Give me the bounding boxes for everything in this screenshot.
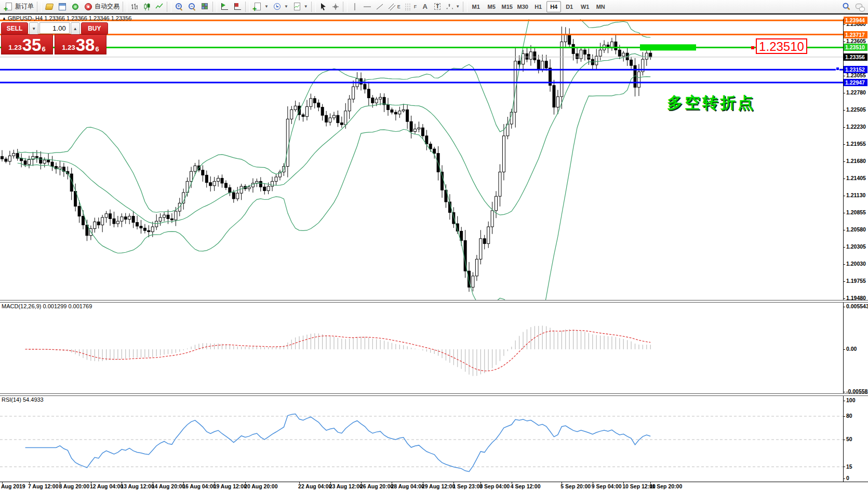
profiles-button[interactable] xyxy=(43,1,56,12)
trendline-icon xyxy=(376,3,384,11)
zoom-out-icon: − xyxy=(188,2,196,11)
price-tag-handle[interactable] xyxy=(751,46,754,49)
search-icon xyxy=(842,2,851,11)
auto-scroll-icon xyxy=(220,2,229,11)
fibonacci-button[interactable]: F xyxy=(403,1,419,12)
new-order-icon: + xyxy=(4,2,13,11)
sell-price-sup: 6 xyxy=(42,45,45,53)
toolbar-separator xyxy=(167,2,171,12)
blue-line-handle[interactable] xyxy=(836,67,839,71)
search-button[interactable] xyxy=(840,1,853,12)
chart-shift-button[interactable] xyxy=(231,1,244,12)
zoom-out-button[interactable]: − xyxy=(185,1,198,12)
rsi-axis-label: 100 xyxy=(846,397,856,403)
cursor-button[interactable] xyxy=(317,1,329,12)
autotrading-icon xyxy=(84,2,92,11)
bar-chart-button[interactable] xyxy=(128,1,141,12)
time-axis-label: 1 Sep 23:00 xyxy=(452,483,483,489)
time-axis-label: Aug 2019 xyxy=(1,483,25,489)
volume-up-button[interactable]: ▲ xyxy=(71,22,80,35)
macd-axis-tick xyxy=(843,392,845,392)
signals-button[interactable] xyxy=(69,1,82,12)
zoom-in-button[interactable]: + xyxy=(172,1,185,12)
timeframe-mn[interactable]: MN xyxy=(593,1,608,12)
text-button[interactable]: A xyxy=(419,1,431,12)
dropdown-arrow-icon: ▼ xyxy=(456,4,460,9)
turning-point-note[interactable]: 多空转折点 xyxy=(667,92,755,114)
timeframe-m5[interactable]: M5 xyxy=(484,1,499,12)
timeframe-group: M1 M5 M15 M30 H1 H4 D1 W1 MN xyxy=(469,1,608,12)
tile-windows-button[interactable] xyxy=(198,1,211,12)
pane-splitter-rsi[interactable] xyxy=(0,393,868,396)
new-order-button[interactable]: + 新订单 xyxy=(2,1,36,12)
text-label-button[interactable]: T xyxy=(431,1,444,12)
volume-down-button[interactable]: ▼ xyxy=(29,22,38,35)
price-axis-label: 1.20305 xyxy=(846,243,866,250)
timeframe-m1[interactable]: M1 xyxy=(469,1,483,12)
pane-splitter-macd[interactable] xyxy=(0,300,868,303)
buy-price-panel[interactable]: 1.23386 xyxy=(55,34,106,54)
candlestick-icon xyxy=(143,3,151,11)
channel-icon xyxy=(388,3,395,11)
price-axis-label: 1.22780 xyxy=(846,89,866,95)
fibonacci-icon xyxy=(405,3,412,11)
price-axis-tick xyxy=(843,230,845,230)
new-window-button[interactable] xyxy=(56,1,69,12)
profiles-icon xyxy=(45,2,54,11)
time-axis-label: 9 Sep 04:00 xyxy=(592,483,622,489)
price-axis-tick xyxy=(843,281,845,282)
time-axis-label: 23 Aug 12:00 xyxy=(329,483,363,489)
price-axis-label: 1.22505 xyxy=(846,106,866,113)
horizontal-line-button[interactable] xyxy=(361,1,373,12)
price-badge: 1.23717 xyxy=(844,31,867,38)
periods-button[interactable]: ▼ xyxy=(271,1,290,12)
rsi-axis-label: 0 xyxy=(846,475,849,481)
sell-button[interactable]: SELL xyxy=(1,22,28,35)
price-axis-label: 1.21680 xyxy=(846,158,866,164)
sell-price-panel[interactable]: 1.23356 xyxy=(1,34,53,54)
chart-window: ▲GBPUSD-,H4 1.23366 1.23366 1.23346 1.23… xyxy=(0,13,868,492)
trendline-button[interactable] xyxy=(373,1,386,12)
time-axis-label: 22 Aug 04:00 xyxy=(298,483,331,489)
arrows-button[interactable]: ▼ xyxy=(444,1,462,12)
timeframe-m15[interactable]: M15 xyxy=(500,1,514,12)
time-axis-label: 7 Aug 12:00 xyxy=(28,483,59,489)
toolbar-separator xyxy=(212,2,217,12)
auto-scroll-button[interactable] xyxy=(218,1,231,12)
text-icon: A xyxy=(423,3,428,10)
rsi-axis-label: 50 xyxy=(846,436,852,442)
price-axis-label: 1.23605 xyxy=(846,38,866,44)
price-axis-label: 1.22230 xyxy=(846,124,866,130)
timeframe-w1[interactable]: W1 xyxy=(578,1,592,12)
timeframe-d1[interactable]: D1 xyxy=(562,1,577,12)
line-chart-button[interactable] xyxy=(153,1,166,12)
autotrading-button[interactable]: 自动交易 xyxy=(82,1,122,12)
indicators-button[interactable]: +▼ xyxy=(251,1,271,12)
time-axis-label: 4 Sep 12:00 xyxy=(511,483,541,489)
chat-button[interactable] xyxy=(853,1,866,12)
price-axis-tick xyxy=(843,42,845,42)
candlestick-button[interactable] xyxy=(141,1,153,12)
timeframe-h4[interactable]: H4 xyxy=(546,1,561,12)
channel-button[interactable]: E xyxy=(386,1,403,12)
macd-axis-label: 0.005543 xyxy=(846,303,868,309)
dropdown-arrow-icon: ▼ xyxy=(264,4,269,9)
price-axis-tick xyxy=(843,264,845,265)
timeframe-m30[interactable]: M30 xyxy=(515,1,530,12)
price-axis-label: 1.19755 xyxy=(846,278,866,284)
templates-button[interactable]: ▼ xyxy=(290,1,310,12)
sell-price-big: 35 xyxy=(22,37,42,53)
volume-input[interactable]: 1.00 xyxy=(39,22,69,34)
macd-axis-tick xyxy=(843,349,845,350)
timeframe-h1[interactable]: H1 xyxy=(531,1,545,12)
tile-windows-icon xyxy=(201,2,209,11)
buy-button[interactable]: BUY xyxy=(81,22,108,35)
crosshair-button[interactable] xyxy=(329,1,342,12)
price-chart-canvas[interactable] xyxy=(0,15,868,492)
toolbar-separator xyxy=(37,2,42,12)
line-chart-icon xyxy=(155,3,164,11)
macd-axis-label: 0.00 xyxy=(846,346,857,352)
price-tag-label[interactable]: 1.23510 xyxy=(756,38,807,54)
chart-shift-icon xyxy=(233,2,242,11)
vertical-line-button[interactable] xyxy=(349,1,361,12)
